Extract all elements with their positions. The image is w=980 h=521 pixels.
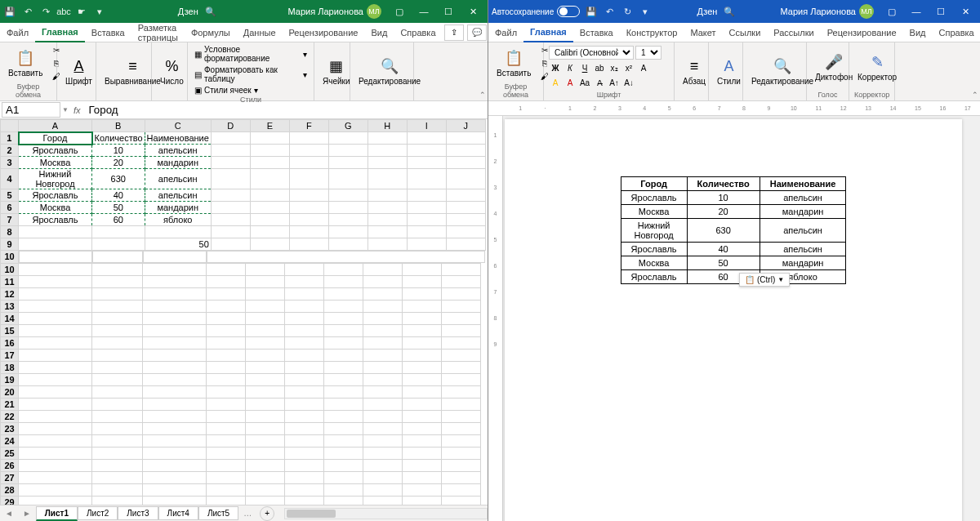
sheet-tab[interactable]: Лист3 xyxy=(118,506,158,520)
cell[interactable] xyxy=(363,275,403,287)
tab-insert[interactable]: Вставка xyxy=(85,23,131,42)
editing-button[interactable]: 🔍Редактирование xyxy=(355,56,424,87)
cell[interactable] xyxy=(442,349,481,361)
cell[interactable] xyxy=(442,312,481,324)
cell[interactable] xyxy=(328,202,368,214)
cell[interactable] xyxy=(211,145,250,157)
cell[interactable] xyxy=(285,410,324,422)
cell[interactable] xyxy=(363,385,403,398)
qat-more-icon[interactable]: ▾ xyxy=(93,5,106,18)
cell[interactable] xyxy=(285,459,324,471)
cell[interactable]: 10 xyxy=(92,145,145,157)
cell[interactable] xyxy=(19,336,92,349)
cell[interactable] xyxy=(207,287,246,300)
cell[interactable] xyxy=(403,459,442,471)
col-header[interactable]: I xyxy=(407,120,446,132)
italic-button[interactable]: К xyxy=(564,61,577,74)
cell[interactable] xyxy=(446,189,485,202)
cell[interactable] xyxy=(328,214,368,226)
tab-layout[interactable]: Макет xyxy=(684,23,722,42)
cell[interactable] xyxy=(143,422,207,434)
dzen-label[interactable]: Дзен xyxy=(697,7,717,16)
cell[interactable] xyxy=(363,373,403,385)
cell[interactable] xyxy=(324,496,363,505)
cell[interactable] xyxy=(250,238,289,251)
cell[interactable] xyxy=(19,385,92,398)
cell[interactable] xyxy=(143,324,207,336)
cell[interactable] xyxy=(324,434,363,447)
row-header[interactable]: 5 xyxy=(1,189,19,202)
cell[interactable] xyxy=(19,324,92,336)
paragraph-button[interactable]: ≡Абзац xyxy=(679,56,709,87)
cell[interactable] xyxy=(324,447,363,459)
col-header[interactable]: E xyxy=(250,120,289,132)
cell[interactable]: Нижний Новгород xyxy=(19,169,92,189)
cell[interactable] xyxy=(19,483,92,496)
user-area[interactable]: Мария Ларионова МЛ xyxy=(781,4,874,19)
cell[interactable] xyxy=(207,434,246,447)
col-header[interactable]: A xyxy=(19,120,92,132)
cell[interactable] xyxy=(363,471,403,483)
cell[interactable] xyxy=(92,300,143,312)
cell[interactable] xyxy=(442,324,481,336)
cell[interactable] xyxy=(363,300,403,312)
cell[interactable] xyxy=(207,422,246,434)
cell[interactable] xyxy=(363,410,403,422)
sheet-tab[interactable]: Лист1 xyxy=(36,506,78,521)
cell[interactable] xyxy=(246,336,285,349)
cell[interactable] xyxy=(207,459,246,471)
sheet-tab[interactable]: Лист5 xyxy=(198,506,238,520)
tab-design[interactable]: Конструктор xyxy=(620,23,684,42)
sheet-tab[interactable]: Лист4 xyxy=(158,506,198,520)
cell[interactable] xyxy=(143,275,207,287)
cell[interactable] xyxy=(143,434,207,447)
cell[interactable] xyxy=(285,287,324,300)
maximize-icon[interactable]: ☐ xyxy=(437,0,460,23)
cell[interactable] xyxy=(403,496,442,505)
cell[interactable]: апельсин xyxy=(145,145,211,157)
cell[interactable] xyxy=(92,349,143,361)
cell[interactable] xyxy=(446,214,485,226)
cell[interactable] xyxy=(403,336,442,349)
close-icon[interactable]: ✕ xyxy=(461,0,484,23)
autosave-toggle[interactable]: Автосохранение xyxy=(492,6,580,17)
tab-view[interactable]: Вид xyxy=(364,23,394,42)
cell[interactable] xyxy=(92,287,143,300)
paste-button[interactable]: 📋 Вставить xyxy=(5,47,46,79)
cell[interactable] xyxy=(285,385,324,398)
cell[interactable] xyxy=(19,373,92,385)
cell[interactable] xyxy=(328,189,368,202)
cell[interactable] xyxy=(250,157,289,169)
cell[interactable] xyxy=(289,202,328,214)
cell[interactable] xyxy=(285,373,324,385)
font-size-select[interactable]: 11 xyxy=(635,46,662,60)
cell[interactable] xyxy=(92,483,143,496)
cell[interactable] xyxy=(363,459,403,471)
name-box-dropdown-icon[interactable]: ▼ xyxy=(62,106,69,114)
redo-icon[interactable]: ↻ xyxy=(621,5,634,18)
cell[interactable]: 630 xyxy=(92,169,145,189)
ribbon-options-icon[interactable]: ▢ xyxy=(880,0,903,23)
cell[interactable] xyxy=(92,324,143,336)
font-color-button[interactable]: A xyxy=(564,76,577,89)
cell[interactable] xyxy=(92,385,143,398)
cell[interactable] xyxy=(446,169,485,189)
row-header[interactable]: 14 xyxy=(1,312,19,324)
font-button[interactable]: AШрифт xyxy=(62,56,96,87)
conditional-formatting-button[interactable]: ▦Условное форматирование▾ xyxy=(193,44,309,64)
cell[interactable] xyxy=(285,447,324,459)
cell[interactable] xyxy=(407,169,446,189)
cell-styles-button[interactable]: ▣Стили ячеек▾ xyxy=(193,85,309,96)
cell[interactable] xyxy=(207,471,246,483)
cell[interactable] xyxy=(143,471,207,483)
shrink-font-button[interactable]: A↓ xyxy=(622,76,635,89)
cell[interactable] xyxy=(207,385,246,398)
cell[interactable]: 50 xyxy=(145,238,211,251)
comments-button[interactable]: 💬 xyxy=(467,24,487,41)
cell[interactable] xyxy=(289,145,328,157)
cell[interactable] xyxy=(19,447,92,459)
row-header[interactable]: 28 xyxy=(1,483,19,496)
cell[interactable] xyxy=(403,373,442,385)
paste-button[interactable]: 📋 Вставить xyxy=(493,47,534,79)
cell[interactable] xyxy=(19,275,92,287)
